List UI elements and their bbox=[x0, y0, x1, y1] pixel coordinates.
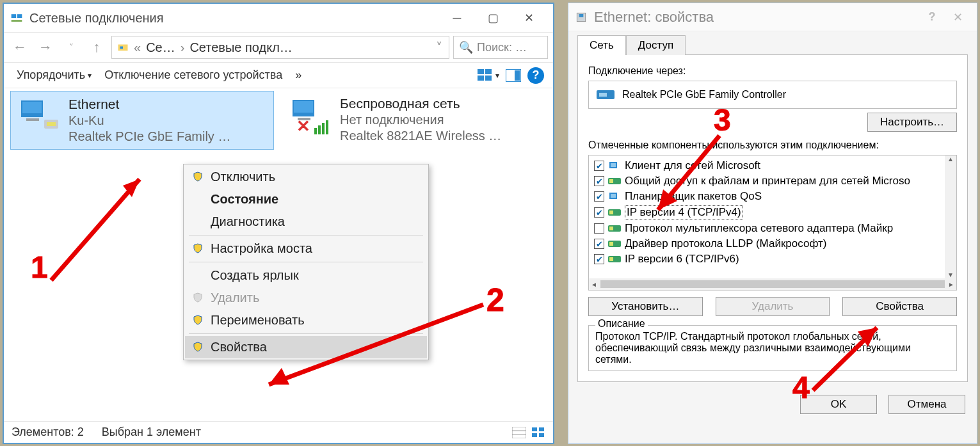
details-view-icon[interactable] bbox=[512, 427, 526, 438]
connection-wireless[interactable]: ✕ Беспроводная сеть Нет подключения Real… bbox=[282, 91, 546, 148]
remove-button[interactable]: Удалить bbox=[716, 297, 830, 316]
ctx-properties[interactable]: Свойства bbox=[185, 336, 427, 358]
connection-ethernet[interactable]: Ethernet Ku-Ku Realtek PCIe GbE Family … bbox=[10, 91, 274, 150]
tab-access[interactable]: Доступ bbox=[626, 35, 686, 55]
component-item[interactable]: ✔Клиент для сетей Microsoft bbox=[589, 158, 956, 173]
configure-button[interactable]: Настроить… bbox=[867, 113, 957, 132]
disable-device-button[interactable]: Отключение сетевого устройства bbox=[98, 63, 289, 88]
component-item[interactable]: ✔Общий доступ к файлам и принтерам для с… bbox=[589, 173, 956, 189]
svg-rect-7 bbox=[478, 76, 484, 81]
history-dropdown-button[interactable]: ˅ bbox=[60, 36, 82, 58]
minimize-button[interactable]: ─ bbox=[439, 6, 475, 29]
scroll-right-button[interactable]: ► bbox=[946, 281, 956, 288]
component-label: Планировщик пакетов QoS bbox=[625, 190, 762, 203]
svg-rect-2 bbox=[12, 20, 22, 22]
component-item[interactable]: ✔Драйвер протокола LLDP (Майкрософт) bbox=[589, 236, 956, 251]
up-button[interactable]: ↑ bbox=[86, 36, 108, 58]
breadcrumb-seg2[interactable]: Сетевые подкл… bbox=[189, 40, 292, 55]
help-button[interactable]: ? bbox=[525, 67, 547, 84]
description-legend: Описание bbox=[595, 318, 648, 330]
components-label: Отмеченные компоненты используются этим … bbox=[588, 139, 957, 151]
description-group: Описание Протокол TCP/IP. Стандартный пр… bbox=[588, 325, 957, 371]
checkbox[interactable]: ✔ bbox=[594, 191, 604, 202]
component-icon bbox=[608, 176, 621, 186]
svg-rect-27 bbox=[532, 427, 537, 431]
svg-rect-48 bbox=[609, 257, 613, 261]
svg-rect-44 bbox=[609, 227, 613, 230]
tiles-view-icon[interactable] bbox=[531, 427, 545, 438]
close-button[interactable]: ✕ bbox=[511, 6, 547, 29]
help-button[interactable]: ? bbox=[919, 8, 945, 27]
shield-icon bbox=[193, 242, 204, 257]
shield-icon bbox=[193, 314, 204, 328]
preview-pane-button[interactable] bbox=[503, 69, 524, 82]
component-properties-button[interactable]: Свойства bbox=[842, 297, 957, 316]
ctx-status[interactable]: Состояние bbox=[185, 188, 427, 211]
svg-rect-46 bbox=[609, 242, 613, 246]
ctx-disable[interactable]: Отключить bbox=[185, 166, 427, 188]
ctx-create-shortcut[interactable]: Создать ярлык bbox=[185, 264, 427, 287]
shield-icon bbox=[193, 291, 204, 306]
scrollbar-thumb[interactable] bbox=[600, 280, 945, 288]
adapter-box: Realtek PCIe GbE Family Controller bbox=[588, 81, 957, 109]
organize-menu[interactable]: Упорядочить▾ bbox=[10, 63, 98, 88]
search-input[interactable]: 🔍 Поиск: … bbox=[453, 36, 548, 59]
view-dropdown-button[interactable]: ▾ bbox=[475, 69, 502, 82]
checkbox[interactable]: ✔ bbox=[594, 176, 604, 186]
checkbox[interactable]: ✔ bbox=[594, 207, 604, 218]
svg-rect-30 bbox=[539, 433, 544, 437]
titlebar[interactable]: Ethernet: свойства ? ✕ bbox=[568, 3, 977, 31]
components-listbox[interactable]: ✔Клиент для сетей Microsoft✔Общий доступ… bbox=[588, 155, 957, 291]
context-menu: Отключить Состояние Диагностика Настройк… bbox=[183, 164, 429, 360]
cancel-button[interactable]: Отмена bbox=[888, 395, 965, 414]
ctx-bridge[interactable]: Настройка моста bbox=[185, 237, 427, 260]
component-item[interactable]: ✔Планировщик пакетов QoS bbox=[589, 189, 956, 204]
install-button[interactable]: Установить… bbox=[588, 297, 703, 316]
breadcrumb-seg1[interactable]: Се… bbox=[146, 40, 175, 55]
scroll-down-button[interactable]: ▼ bbox=[945, 271, 956, 278]
horizontal-scrollbar[interactable]: ◄ ► bbox=[589, 278, 956, 290]
vertical-scrollbar[interactable]: ▲ ▼ bbox=[945, 155, 956, 278]
titlebar[interactable]: Сетевые подключения ─ ▢ ✕ bbox=[4, 4, 553, 32]
ctx-delete[interactable]: Удалить bbox=[185, 287, 427, 309]
chevron-down-icon[interactable]: ˅ bbox=[435, 40, 444, 55]
chevron-icon: « bbox=[133, 40, 142, 55]
dialog-buttons: OK Отмена bbox=[568, 388, 977, 420]
component-item[interactable]: Протокол мультиплексора сетевого адаптер… bbox=[589, 221, 956, 236]
svg-rect-20 bbox=[318, 125, 321, 134]
forward-button[interactable]: → bbox=[35, 36, 56, 58]
toolbar-overflow-button[interactable]: » bbox=[289, 63, 308, 88]
connections-list[interactable]: Ethernet Ku-Ku Realtek PCIe GbE Family …… bbox=[4, 88, 553, 408]
svg-rect-42 bbox=[609, 211, 613, 214]
checkbox[interactable]: ✔ bbox=[594, 239, 604, 249]
back-button[interactable]: ← bbox=[9, 36, 31, 58]
connection-name: Беспроводная сеть bbox=[340, 96, 501, 111]
scroll-left-button[interactable]: ◄ bbox=[589, 281, 599, 288]
svg-rect-24 bbox=[512, 427, 526, 438]
scroll-up-button[interactable]: ▲ bbox=[945, 155, 956, 163]
checkbox[interactable]: ✔ bbox=[594, 161, 604, 171]
search-placeholder: Поиск: … bbox=[477, 41, 527, 54]
component-label: Клиент для сетей Microsoft bbox=[625, 159, 760, 172]
component-item[interactable]: ✔IP версии 4 (TCP/IPv4) bbox=[589, 204, 956, 221]
component-item[interactable]: ✔IP версии 6 (TCP/IPv6) bbox=[589, 251, 956, 267]
ctx-rename[interactable]: Переименовать bbox=[185, 309, 427, 331]
tab-network[interactable]: Сеть bbox=[577, 35, 626, 55]
adapter-name: Realtek PCIe GbE Family Controller bbox=[622, 89, 786, 100]
svg-rect-38 bbox=[609, 179, 613, 183]
ok-button[interactable]: OK bbox=[800, 395, 877, 414]
svg-rect-6 bbox=[485, 69, 492, 74]
status-bar: Элементов: 2 Выбран 1 элемент bbox=[4, 421, 553, 443]
component-icon bbox=[608, 254, 621, 264]
checkbox[interactable]: ✔ bbox=[594, 254, 604, 264]
checkbox[interactable] bbox=[594, 223, 604, 234]
maximize-button[interactable]: ▢ bbox=[475, 6, 511, 29]
component-label: Общий доступ к файлам и принтерам для се… bbox=[625, 175, 910, 187]
component-icon bbox=[608, 223, 621, 234]
window-title: Ethernet: свойства bbox=[594, 9, 919, 26]
close-button[interactable]: ✕ bbox=[945, 8, 970, 27]
breadcrumb[interactable]: « Се… › Сетевые подкл… ˅ bbox=[111, 36, 449, 59]
ctx-diagnose[interactable]: Диагностика bbox=[185, 211, 427, 233]
svg-rect-5 bbox=[478, 69, 484, 74]
network-icon bbox=[10, 12, 23, 24]
